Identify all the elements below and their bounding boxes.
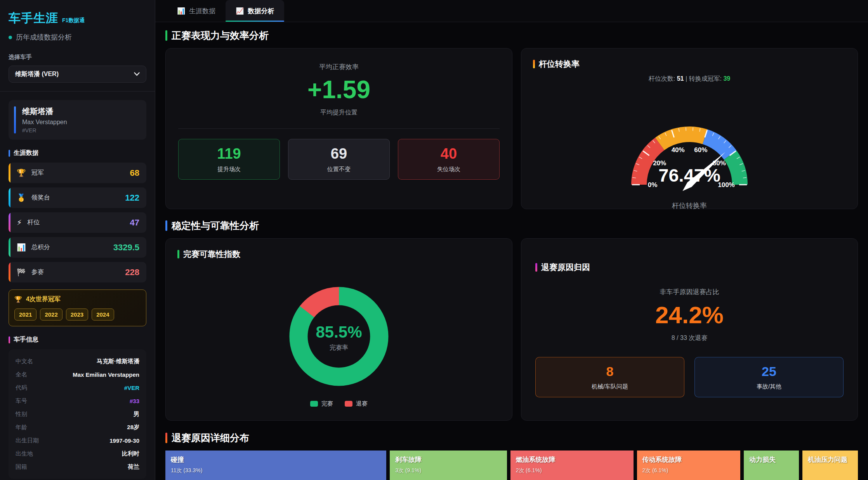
championship-year-chip: 2022	[40, 308, 62, 321]
driver-info-card: 中文名马克斯·维斯塔潘全名Max Emilian Verstappen代码#VE…	[9, 349, 146, 479]
legend-label: 完赛	[321, 400, 333, 407]
row-performance: 平均正赛效率 +1.59 平均提升位置 119提升场次69位置不变40失位场次 …	[165, 48, 858, 209]
retirement-box-acc: 25事故/其他	[694, 357, 844, 397]
efficiency-boxes: 119提升场次69位置不变40失位场次	[178, 139, 500, 180]
driver-info-header: 车手信息	[9, 336, 146, 344]
gauge-bottom-label: 杆位转换率	[533, 201, 846, 210]
section-title: 正赛表现力与效率分析	[172, 29, 269, 42]
pole-stats-line: 杆位次数: 51 | 转换成冠军: 39	[533, 75, 846, 83]
driver-info-label: 国籍	[16, 463, 27, 471]
section-header-stability: 稳定性与可靠性分析	[165, 219, 858, 232]
app-subtitle-row: 历年成绩数据分析	[9, 33, 146, 42]
retirement-boxes: 8机械/车队问题25事故/其他	[535, 357, 844, 397]
driver-info-value: 男	[134, 411, 139, 418]
treemap-cell[interactable]: 动力损失	[744, 451, 799, 480]
driver-select[interactable]: 维斯塔潘 (VER)	[9, 66, 146, 83]
finish-reliability-card: 完赛可靠性指数 85.5% 完赛率 完赛退赛	[165, 238, 512, 421]
retirement-box-value: 25	[762, 364, 776, 379]
efficiency-box-label: 提升场次	[217, 166, 241, 173]
race-efficiency-card: 平均正赛效率 +1.59 平均提升位置 119提升场次69位置不变40失位场次	[165, 48, 512, 209]
career-stat-row: 🏁参赛228	[9, 262, 146, 282]
treemap-cell[interactable]: 机油压力问题	[802, 451, 858, 480]
driver-name-en: Max Verstappen	[22, 119, 67, 126]
active-tab-underline	[226, 21, 284, 22]
bullet-dot-icon	[9, 36, 12, 39]
conversions-label: 转换成冠军:	[689, 75, 722, 82]
efficiency-box-same: 69位置不变	[288, 139, 390, 180]
retirement-box-label: 机械/车队问题	[592, 383, 628, 390]
driver-info-row: 国籍荷兰	[16, 460, 139, 473]
stat-body: 🥇领奖台122	[10, 187, 146, 208]
card-header-bar	[535, 263, 537, 272]
treemap-cell[interactable]: 碰撞11次 (33.3%)	[165, 451, 386, 480]
efficiency-box-value: 69	[331, 146, 347, 162]
championships-title-row: 🏆 4次世界冠军	[14, 295, 141, 303]
stat-label: 总积分	[31, 243, 50, 251]
analysis-content: 正赛表现力与效率分析 平均正赛效率 +1.59 平均提升位置 119提升场次69…	[155, 22, 868, 480]
championship-year-chip: 2021	[14, 308, 36, 321]
treemap-cell[interactable]: 刹车故障3次 (9.1%)	[390, 451, 507, 480]
driver-info-row: 出生日期1997-09-30	[16, 434, 139, 447]
tab-career[interactable]: 📊生涯数据	[167, 0, 226, 22]
driver-info-label: 性别	[16, 411, 27, 418]
driver-info-row: 全名Max Emilian Verstappen	[16, 368, 139, 381]
championship-years: 2021202220232024	[14, 308, 141, 321]
driver-select-label: 选择车手	[9, 54, 146, 61]
driver-info-value: #VER	[124, 385, 139, 391]
efficiency-box-label: 位置不变	[327, 166, 351, 173]
retirement-note: 8 / 33 次退赛	[535, 334, 844, 342]
header-bar	[9, 150, 10, 157]
tab-bar: 📊生涯数据📈数据分析	[155, 0, 868, 22]
treemap-cell-count: 3次 (9.1%)	[395, 467, 501, 474]
efficiency-top-label: 平均正赛效率	[178, 62, 500, 71]
legend-swatch	[310, 401, 318, 407]
efficiency-box-down: 40失位场次	[398, 139, 500, 180]
sidebar: 车手生涯 F1数据通 历年成绩数据分析 选择车手 维斯塔潘 (VER) 维斯塔潘…	[0, 0, 155, 480]
efficiency-box-value: 119	[217, 146, 241, 162]
app-badge: F1数据通	[62, 17, 85, 24]
driver-info-row: 车号#33	[16, 394, 139, 407]
section-title: 稳定性与可靠性分析	[172, 219, 259, 232]
career-stat-row: 🏆冠军68	[9, 163, 146, 183]
efficiency-box-label: 失位场次	[437, 166, 460, 173]
retirement-attribution-card: 退赛原因归因 非车手原因退赛占比 24.2% 8 / 33 次退赛 8机械/车队…	[521, 238, 858, 421]
donut-legend: 完赛退赛	[177, 400, 500, 407]
treemap-cell[interactable]: 燃油系统故障2次 (6.1%)	[510, 451, 634, 480]
retirement-percentage: 24.2%	[535, 301, 844, 329]
stat-value: 47	[130, 218, 139, 228]
trophy-icon: 🏆	[14, 296, 22, 303]
tab-label: 数据分析	[248, 7, 274, 16]
retirement-card-header: 退赛原因归因	[535, 262, 844, 273]
retirement-box-label: 事故/其他	[757, 383, 781, 390]
treemap-cell-count: 11次 (33.3%)	[171, 467, 381, 474]
app: 车手生涯 F1数据通 历年成绩数据分析 选择车手 维斯塔潘 (VER) 维斯塔潘…	[0, 0, 868, 480]
stat-icon: 🏆	[17, 168, 26, 177]
driver-info-row: 性别男	[16, 407, 139, 421]
pole-card-title: 杆位转换率	[539, 59, 580, 69]
treemap-cell-count: 2次 (6.1%)	[516, 467, 628, 474]
treemap-cell-title: 燃油系统故障	[516, 455, 628, 464]
retirement-box-value: 8	[606, 364, 614, 379]
driver-info-label: 代码	[16, 384, 27, 392]
efficiency-value: +1.59	[178, 75, 500, 104]
stat-body: 📊总积分3329.5	[10, 237, 146, 258]
driver-info-value: Max Emilian Verstappen	[73, 371, 139, 378]
career-data-header: 生涯数据	[9, 149, 146, 157]
legend-label: 退赛	[356, 400, 368, 407]
section-bar	[165, 433, 167, 443]
sidebar-divider	[0, 91, 155, 92]
driver-info-row: 年龄28岁	[16, 421, 139, 434]
stat-value: 68	[130, 168, 139, 178]
conversions-value: 39	[723, 75, 730, 82]
stat-icon: ⚡	[17, 218, 22, 227]
treemap-cell-title: 机油压力问题	[808, 455, 852, 464]
treemap-cell[interactable]: 传动系统故障2次 (6.1%)	[637, 451, 741, 480]
tab-analysis[interactable]: 📈数据分析	[226, 0, 284, 22]
driver-info-value: 28岁	[127, 424, 139, 431]
driver-info-label: 中文名	[16, 358, 33, 365]
finish-rate-label: 完赛率	[330, 344, 348, 352]
row-stability: 完赛可靠性指数 85.5% 完赛率 完赛退赛 退赛原因归因	[165, 238, 858, 421]
app-subtitle: 历年成绩数据分析	[16, 33, 72, 42]
driver-info-value: 1997-09-30	[109, 437, 139, 444]
driver-info-row: 中文名马克斯·维斯塔潘	[16, 355, 139, 368]
